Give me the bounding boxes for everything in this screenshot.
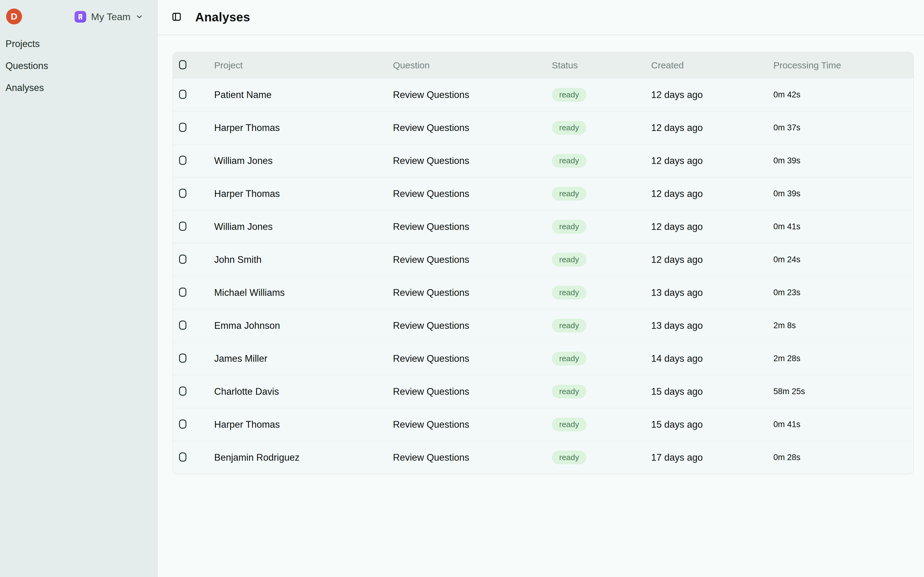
sidebar-item-analyses[interactable]: Analyses bbox=[0, 77, 157, 99]
processing-time-cell: 0m 24s bbox=[773, 255, 913, 264]
status-badge: ready bbox=[552, 286, 586, 300]
question-cell: Review Questions bbox=[393, 221, 552, 232]
status-cell: ready bbox=[552, 319, 651, 332]
row-checkbox[interactable] bbox=[179, 90, 186, 99]
row-checkbox[interactable] bbox=[179, 321, 186, 330]
page-title: Analyses bbox=[195, 10, 250, 24]
status-badge: ready bbox=[552, 451, 586, 464]
status-badge: ready bbox=[552, 220, 586, 234]
question-cell: Review Questions bbox=[393, 419, 552, 430]
analyses-table: Project Question Status Created Processi… bbox=[173, 52, 914, 474]
table-row[interactable]: James Miller Review Questions ready 14 d… bbox=[173, 342, 913, 375]
status-badge: ready bbox=[552, 319, 586, 332]
row-checkbox[interactable] bbox=[179, 255, 186, 264]
processing-time-cell: 0m 37s bbox=[773, 123, 913, 132]
created-cell: 12 days ago bbox=[651, 155, 773, 166]
table-row[interactable]: Harper Thomas Review Questions ready 15 … bbox=[173, 408, 913, 441]
status-cell: ready bbox=[552, 286, 651, 300]
sidebar: D My Team Projects Questions Analyses bbox=[0, 0, 158, 577]
processing-time-cell: 0m 39s bbox=[773, 189, 913, 198]
sidebar-nav: Projects Questions Analyses bbox=[0, 33, 157, 99]
created-cell: 12 days ago bbox=[651, 221, 773, 232]
project-cell: Benjamin Rodriguez bbox=[214, 452, 393, 463]
question-cell: Review Questions bbox=[393, 287, 552, 298]
project-cell: Charlotte Davis bbox=[214, 386, 393, 397]
status-badge: ready bbox=[552, 253, 586, 266]
question-cell: Review Questions bbox=[393, 320, 552, 331]
team-name: My Team bbox=[91, 11, 131, 23]
project-cell: Michael Williams bbox=[214, 287, 393, 298]
status-cell: ready bbox=[552, 451, 651, 464]
processing-time-cell: 0m 28s bbox=[773, 453, 913, 462]
created-cell: 17 days ago bbox=[651, 452, 773, 463]
table-row[interactable]: Benjamin Rodriguez Review Questions read… bbox=[173, 441, 913, 474]
question-cell: Review Questions bbox=[393, 452, 552, 463]
column-header-project: Project bbox=[214, 60, 393, 71]
table-row[interactable]: Harper Thomas Review Questions ready 12 … bbox=[173, 111, 913, 144]
table-row[interactable]: William Jones Review Questions ready 12 … bbox=[173, 144, 913, 177]
project-cell: Harper Thomas bbox=[214, 122, 393, 134]
column-header-status: Status bbox=[552, 60, 651, 71]
table-row[interactable]: Harper Thomas Review Questions ready 12 … bbox=[173, 177, 913, 210]
row-checkbox[interactable] bbox=[179, 353, 186, 363]
row-checkbox[interactable] bbox=[179, 156, 186, 165]
project-cell: William Jones bbox=[214, 221, 393, 232]
row-checkbox[interactable] bbox=[179, 189, 186, 198]
created-cell: 14 days ago bbox=[651, 353, 773, 364]
row-checkbox[interactable] bbox=[179, 419, 186, 429]
question-cell: Review Questions bbox=[393, 155, 552, 166]
created-cell: 15 days ago bbox=[651, 386, 773, 397]
table-body: Patient Name Review Questions ready 12 d… bbox=[173, 78, 913, 474]
table-row[interactable]: Patient Name Review Questions ready 12 d… bbox=[173, 78, 913, 111]
question-cell: Review Questions bbox=[393, 89, 552, 100]
status-cell: ready bbox=[552, 187, 651, 201]
processing-time-cell: 2m 28s bbox=[773, 354, 913, 363]
question-cell: Review Questions bbox=[393, 386, 552, 397]
table-row[interactable]: Michael Williams Review Questions ready … bbox=[173, 276, 913, 309]
question-cell: Review Questions bbox=[393, 189, 552, 199]
column-header-processing-time: Processing Time bbox=[773, 60, 913, 71]
status-badge: ready bbox=[552, 417, 586, 431]
processing-time-cell: 0m 41s bbox=[773, 420, 913, 429]
row-checkbox[interactable] bbox=[179, 387, 186, 396]
project-cell: Patient Name bbox=[214, 89, 393, 100]
sidebar-item-projects[interactable]: Projects bbox=[0, 33, 157, 55]
row-checkbox[interactable] bbox=[179, 222, 186, 231]
created-cell: 15 days ago bbox=[651, 419, 773, 430]
created-cell: 12 days ago bbox=[651, 122, 773, 134]
processing-time-cell: 58m 25s bbox=[773, 387, 913, 396]
project-cell: James Miller bbox=[214, 353, 393, 364]
created-cell: 13 days ago bbox=[651, 320, 773, 331]
table-row[interactable]: William Jones Review Questions ready 12 … bbox=[173, 210, 913, 243]
created-cell: 12 days ago bbox=[651, 254, 773, 265]
table-row[interactable]: John Smith Review Questions ready 12 day… bbox=[173, 243, 913, 276]
user-avatar[interactable]: D bbox=[6, 8, 22, 24]
project-cell: John Smith bbox=[214, 254, 393, 265]
processing-time-cell: 0m 41s bbox=[773, 222, 913, 231]
processing-time-cell: 0m 23s bbox=[773, 288, 913, 297]
team-switcher[interactable]: My Team bbox=[74, 11, 143, 23]
project-cell: Harper Thomas bbox=[214, 419, 393, 430]
row-checkbox[interactable] bbox=[179, 288, 186, 297]
panel-left-icon bbox=[171, 11, 182, 23]
table-header-row: Project Question Status Created Processi… bbox=[173, 52, 913, 78]
column-header-question: Question bbox=[393, 60, 552, 71]
select-all-checkbox[interactable] bbox=[179, 60, 186, 69]
processing-time-cell: 0m 42s bbox=[773, 90, 913, 100]
table-row[interactable]: Emma Johnson Review Questions ready 13 d… bbox=[173, 309, 913, 342]
table-row[interactable]: Charlotte Davis Review Questions ready 1… bbox=[173, 375, 913, 408]
main-content: Analyses Project Question Status Created… bbox=[158, 0, 924, 577]
status-cell: ready bbox=[552, 385, 651, 398]
sidebar-item-questions[interactable]: Questions bbox=[0, 55, 157, 77]
project-cell: Harper Thomas bbox=[214, 189, 393, 199]
row-checkbox[interactable] bbox=[179, 123, 186, 132]
row-checkbox[interactable] bbox=[179, 453, 186, 462]
column-header-created: Created bbox=[651, 60, 773, 71]
project-cell: Emma Johnson bbox=[214, 320, 393, 331]
status-badge: ready bbox=[552, 88, 586, 102]
sidebar-toggle-button[interactable] bbox=[171, 11, 182, 23]
created-cell: 12 days ago bbox=[651, 89, 773, 100]
question-cell: Review Questions bbox=[393, 353, 552, 364]
building-icon bbox=[74, 11, 86, 23]
processing-time-cell: 0m 39s bbox=[773, 156, 913, 166]
